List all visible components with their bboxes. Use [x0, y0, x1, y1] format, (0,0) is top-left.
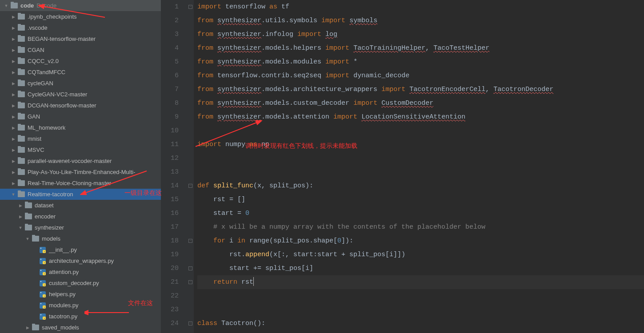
tree-item-label: helpers.py — [49, 291, 76, 297]
line-number: 8 — [161, 96, 180, 110]
code-area[interactable]: import tensorflow as tffrom synthesizer.… — [194, 0, 644, 333]
tree-item-label: Real-Time-Voice-Cloning-master — [28, 180, 111, 186]
code-line[interactable]: return rst — [197, 275, 644, 289]
chevron-right-icon: ▶ — [11, 170, 16, 174]
code-line[interactable] — [197, 151, 644, 165]
fold-marker-icon[interactable]: − — [188, 321, 192, 325]
tree-item-cqtandmfcc[interactable]: ▶CQTandMFCC — [0, 67, 161, 78]
chevron-right-icon: ▶ — [25, 325, 30, 330]
line-number: 16 — [161, 206, 180, 220]
tree-item-label: CQCC_v2.0 — [28, 58, 59, 64]
folder-icon — [11, 3, 18, 8]
code-line[interactable]: class Tacotron(): — [197, 317, 644, 330]
code-line[interactable] — [197, 303, 644, 317]
tree-item-began-tensorflow-master[interactable]: ▶BEGAN-tensorflow-master — [0, 33, 161, 44]
tree-root[interactable]: ▼ code D:\code — [0, 0, 161, 11]
code-line[interactable]: import tensorflow as tf — [197, 0, 644, 14]
tree-item-ml-homework[interactable]: ▶ML_homework — [0, 122, 161, 133]
tree-item--vscode[interactable]: ▶.vscode — [0, 22, 161, 33]
python-file-icon — [39, 291, 46, 298]
code-line[interactable]: from synthesizer.models.attention import… — [197, 110, 644, 124]
line-number: 17 — [161, 220, 180, 234]
tree-item-dcgan-tensorflow-master[interactable]: ▶DCGAN-tensorflow-master — [0, 100, 161, 111]
code-line[interactable]: from synthesizer.models.helpers import T… — [197, 41, 644, 55]
project-tree[interactable]: ▼ code D:\code ▶.ipynb_checkpoints▶.vsco… — [0, 0, 161, 333]
tree-item-tacotron-py[interactable]: tacotron.py — [0, 311, 161, 322]
fold-marker-icon[interactable]: − — [188, 184, 192, 188]
code-line[interactable]: start += split_pos[i] — [197, 262, 644, 275]
tree-item-label: CGAN — [28, 47, 44, 53]
chevron-down-icon: ▼ — [4, 4, 9, 8]
code-line[interactable] — [197, 124, 644, 138]
line-number: 15 — [161, 193, 180, 206]
tree-item-play-as-you-like-timbre-enhanced-multi-[interactable]: ▶Play-As-You-Like-Timbre-Enhanced-Multi- — [0, 166, 161, 178]
tree-item-realtime-tacotron[interactable]: ▼Realtime-tacotron — [0, 189, 161, 200]
fold-marker-icon[interactable]: − — [188, 5, 192, 9]
tree-item-cyclegan-vc2-master[interactable]: ▶CycleGAN-VC2-master — [0, 89, 161, 100]
tree-item-label: mnist — [28, 135, 41, 142]
line-number: 2 — [161, 14, 180, 28]
tree-item-custom-decoder-py[interactable]: custom_decoder.py — [0, 278, 161, 289]
folder-icon — [18, 36, 25, 42]
code-editor[interactable]: 123456789101112131415161718192021222324 … — [161, 0, 644, 333]
tree-item-saved-models[interactable]: ▶saved_models — [0, 322, 161, 333]
tree-root-path: D:\code — [36, 2, 56, 9]
tree-item-encoder[interactable]: ▶encoder — [0, 211, 161, 222]
tree-item-label: ML_homework — [28, 124, 65, 131]
svg-point-23 — [44, 307, 45, 308]
code-line[interactable]: def split_func(x, split_pos): — [197, 179, 644, 193]
code-line[interactable]: from synthesizer.models.modules import * — [197, 55, 644, 69]
tree-item-gan[interactable]: ▶GAN — [0, 111, 161, 122]
tree-item-dataset[interactable]: ▶dataset — [0, 200, 161, 211]
folder-icon — [18, 103, 25, 108]
tree-item-cqcc-v2-0[interactable]: ▶CQCC_v2.0 — [0, 56, 161, 67]
tree-item-cgan[interactable]: ▶CGAN — [0, 44, 161, 56]
tree-item-synthesizer[interactable]: ▼synthesizer — [0, 222, 161, 233]
tree-item---init---py[interactable]: __init__.py — [0, 244, 161, 255]
code-line[interactable]: rst = [] — [197, 193, 644, 206]
line-number: 3 — [161, 28, 180, 41]
chevron-right-icon: ▶ — [11, 70, 16, 75]
chevron-right-icon: ▶ — [11, 92, 16, 97]
fold-marker-icon[interactable]: − — [188, 239, 192, 243]
code-line[interactable]: from tensorflow.contrib.seq2seq import d… — [197, 69, 644, 83]
tree-item-parallel-wavenet-vocoder-master[interactable]: ▶parallel-wavenet-vocoder-master — [0, 155, 161, 166]
code-line[interactable] — [197, 289, 644, 303]
tree-item-real-time-voice-cloning-master[interactable]: ▶Real-Time-Voice-Cloning-master — [0, 178, 161, 189]
tree-item-models[interactable]: ▼models — [0, 233, 161, 244]
chevron-right-icon: ▶ — [11, 115, 16, 119]
code-line[interactable]: rst.append(x[:, start:start + split_pos[… — [197, 248, 644, 262]
code-line[interactable]: from synthesizer.infolog import log — [197, 28, 644, 41]
code-line[interactable] — [197, 165, 644, 179]
line-number: 13 — [161, 165, 180, 179]
tree-item-msvc[interactable]: ▶MSVC — [0, 144, 161, 155]
code-line[interactable]: from synthesizer.models.custom_decoder i… — [197, 96, 644, 110]
tree-item--ipynb-checkpoints[interactable]: ▶.ipynb_checkpoints — [0, 11, 161, 22]
line-number: 22 — [161, 289, 180, 303]
python-file-icon — [39, 280, 46, 287]
chevron-right-icon: ▶ — [11, 181, 16, 186]
fold-marker-icon[interactable]: − — [188, 266, 192, 270]
fold-marker-icon[interactable]: − — [188, 280, 192, 284]
chevron-right-icon: ▶ — [18, 214, 23, 219]
code-line[interactable]: from synthesizer.utils.symbols import sy… — [197, 14, 644, 28]
tree-item-mnist[interactable]: ▶mnist — [0, 133, 161, 144]
code-line[interactable]: from synthesizer.models.architecture_wra… — [197, 83, 644, 96]
tree-item-modules-py[interactable]: modules.py — [0, 300, 161, 311]
svg-point-15 — [44, 285, 45, 285]
chevron-right-icon: ▶ — [18, 203, 23, 208]
line-number: 24 — [161, 317, 180, 330]
python-file-icon — [39, 246, 46, 254]
chevron-right-icon: ▶ — [11, 15, 16, 19]
tree-item-attention-py[interactable]: attention.py — [0, 266, 161, 278]
tree-item-helpers-py[interactable]: helpers.py — [0, 289, 161, 300]
tree-item-cyclegan[interactable]: ▶cycleGAN — [0, 78, 161, 89]
tree-item-label: .ipynb_checkpoints — [28, 13, 77, 20]
svg-point-11 — [44, 274, 45, 274]
code-line[interactable]: import numpy as np — [197, 138, 644, 151]
code-line[interactable]: start = 0 — [197, 206, 644, 220]
code-line[interactable]: # x will be a numpy array with the conte… — [197, 220, 644, 234]
chevron-right-icon: ▶ — [11, 48, 16, 52]
tree-item-architecture-wrappers-py[interactable]: architecture_wrappers.py — [0, 255, 161, 266]
code-line[interactable]: for i in range(split_pos.shape[0]): — [197, 234, 644, 248]
